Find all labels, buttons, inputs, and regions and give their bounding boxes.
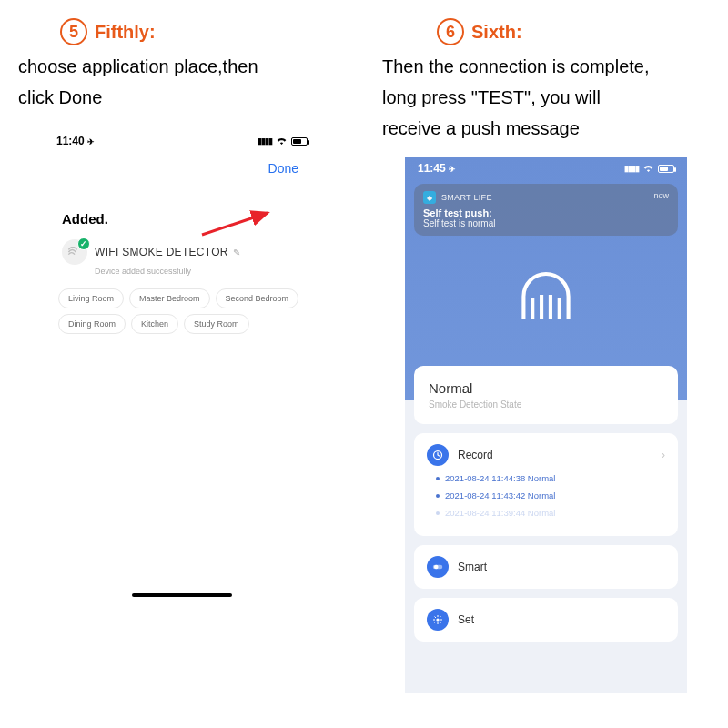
push-title: Self test push: [423,207,669,218]
device-name: WIFI SMOKE DETECTOR ✎ [95,246,241,258]
status-time: 11:45 ✈︎ [418,162,456,175]
phone-screen-left: 11:40 ✈︎ ▮▮▮▮ Done Added. ✓ WIFI SMOKE D… [46,131,318,604]
record-line: 2021-08-24 11:44:38 Normal [436,473,665,483]
room-chips: Living Room Master Bedroom Second Bedroo… [46,276,318,347]
room-chip[interactable]: Living Room [58,288,124,308]
step-6-header: 6 Sixth: [373,18,719,46]
step-6-description: Then the connection is complete, long pr… [373,51,719,144]
battery-icon [291,137,308,146]
step-5-description: choose application place,then click Done [9,51,355,113]
room-chip[interactable]: Kitchen [131,314,178,334]
step-5-header: 5 Fifthly: [9,18,355,46]
home-indicator [132,593,232,597]
push-app-name: SMART LIFE [441,193,492,202]
room-chip[interactable]: Study Room [184,314,249,334]
room-chip[interactable]: Second Bedroom [216,288,299,308]
room-chip[interactable]: Dining Room [58,314,126,334]
device-hero-icon [405,258,687,332]
svg-line-16 [440,617,441,619]
step-6-desc-line3: receive a push message [382,113,719,144]
svg-line-13 [435,617,437,619]
phone-screen-right: 11:45 ✈︎ ▮▮▮▮ ◆ SMART LIFE now Self test… [405,157,687,693]
push-timestamp: now [653,191,669,200]
signal-icon: ▮▮▮▮ [258,136,272,146]
battery-icon [658,165,674,173]
wifi-icon [642,163,654,174]
status-bar: 11:45 ✈︎ ▮▮▮▮ [405,157,687,180]
toggle-icon [427,556,449,578]
edit-icon[interactable]: ✎ [233,248,240,258]
set-card[interactable]: Set [414,598,678,642]
wifi-icon [276,136,288,147]
step-6-column: 6 Sixth: Then the connection is complete… [364,0,728,728]
record-line: 2021-08-24 11:43:42 Normal [436,490,665,500]
push-body: Self test is normal [423,218,669,228]
state-title: Normal [429,380,663,396]
record-line: 2021-08-24 11:39:44 Normal [436,508,665,518]
step-5-desc-line2: click Done [18,82,355,113]
step-6-badge: 6 [437,18,464,46]
step-5-title: Fifthly: [95,22,156,43]
device-icon: ✓ [62,239,87,265]
step-6-desc-line2: long press "TEST", you will [382,82,719,113]
record-label: Record [458,449,493,461]
added-heading: Added. [46,180,318,236]
clock-icon [427,444,449,466]
status-bar: 11:40 ✈︎ ▮▮▮▮ [46,131,318,151]
gear-icon [427,609,449,631]
chevron-right-icon: › [662,449,665,461]
smart-card[interactable]: Smart [414,545,678,589]
step-5-badge: 5 [60,18,87,46]
check-icon: ✓ [77,238,90,250]
step-5-desc-line1: choose application place,then [18,51,355,82]
step-6-title: Sixth: [471,22,522,43]
device-row: ✓ WIFI SMOKE DETECTOR ✎ [46,236,318,265]
cards-area: Normal Smoke Detection State Record › 20… [405,400,687,693]
status-indicators: ▮▮▮▮ [624,163,674,174]
svg-point-7 [434,565,439,570]
record-card[interactable]: Record › 2021-08-24 11:44:38 Normal 2021… [414,433,678,536]
svg-line-15 [435,622,437,623]
smart-label: Smart [458,561,487,573]
device-subtext: Device added successfully [46,267,318,276]
state-card: Normal Smoke Detection State [414,366,678,424]
status-time: 11:40 ✈︎ [56,135,95,147]
push-notification[interactable]: ◆ SMART LIFE now Self test push: Self te… [414,184,678,236]
svg-point-8 [436,618,439,621]
done-button[interactable]: Done [268,161,298,176]
signal-icon: ▮▮▮▮ [624,164,639,173]
status-indicators: ▮▮▮▮ [258,136,308,147]
svg-line-14 [440,622,441,623]
app-icon: ◆ [423,191,436,204]
step-5-column: 5 Fifthly: choose application place,then… [0,0,364,728]
record-list: 2021-08-24 11:44:38 Normal 2021-08-24 11… [436,473,665,518]
step-6-desc-line1: Then the connection is complete, [382,51,719,82]
set-label: Set [458,613,474,626]
state-subtitle: Smoke Detection State [429,399,663,410]
room-chip[interactable]: Master Bedroom [129,288,210,308]
